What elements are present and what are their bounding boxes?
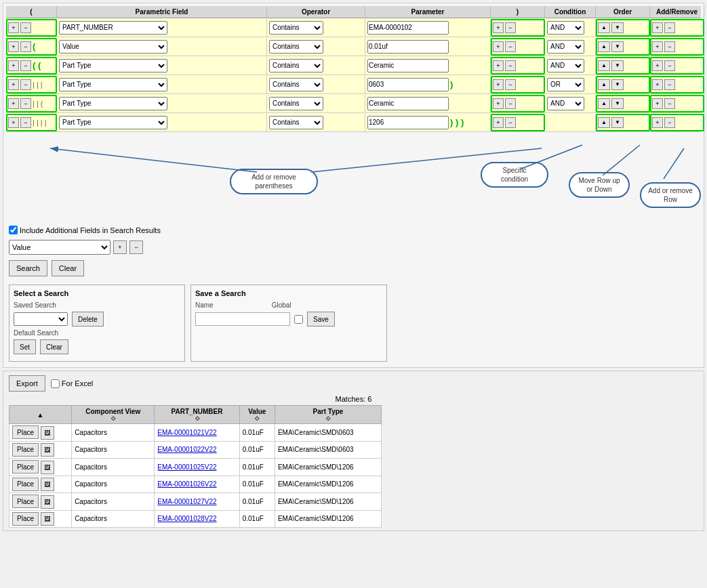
param-input-5[interactable]: [367, 97, 449, 110]
part-number-cell[interactable]: EMA-00001022V22: [155, 441, 239, 459]
order-up-6[interactable]: ▲: [598, 117, 610, 128]
operator-select-5[interactable]: Contains: [269, 97, 323, 110]
search-button[interactable]: Search: [9, 260, 47, 276]
place-button[interactable]: Place: [12, 495, 39, 508]
field-select-6[interactable]: Part Type: [59, 116, 167, 129]
close-paren-remove-6[interactable]: −: [505, 117, 516, 128]
open-paren-remove-1[interactable]: −: [20, 22, 31, 33]
operator-select-6[interactable]: Contains: [269, 116, 323, 129]
condition-select-4[interactable]: ORAND: [547, 78, 584, 91]
row-add-4[interactable]: +: [652, 79, 663, 90]
component-icon[interactable]: 🖼: [41, 512, 54, 526]
param-input-3[interactable]: [367, 59, 449, 72]
operator-select-2[interactable]: Contains: [269, 40, 323, 54]
remove-field-btn[interactable]: −: [129, 240, 143, 254]
for-excel-label[interactable]: For Excel: [51, 379, 93, 388]
part-number-cell[interactable]: EMA-00001026V22: [155, 476, 239, 493]
close-paren-add-5[interactable]: +: [493, 98, 504, 109]
component-icon[interactable]: 🖼: [41, 443, 54, 457]
col-header-value[interactable]: Value◇: [239, 406, 275, 424]
condition-select-1[interactable]: ANDOR: [547, 21, 584, 35]
order-up-1[interactable]: ▲: [598, 22, 610, 33]
field-select-4[interactable]: Part Type: [59, 78, 167, 91]
param-input-1[interactable]: [367, 21, 449, 35]
open-paren-add-5[interactable]: +: [8, 98, 19, 109]
open-paren-add-6[interactable]: +: [8, 117, 19, 128]
col-header-part-type[interactable]: Part Type◇: [275, 406, 381, 424]
order-down-1[interactable]: ▼: [611, 22, 624, 33]
row-add-6[interactable]: +: [652, 117, 663, 128]
clear-button[interactable]: Clear: [52, 260, 84, 276]
row-remove-4[interactable]: −: [664, 79, 675, 90]
set-button[interactable]: Set: [14, 339, 36, 354]
order-down-4[interactable]: ▼: [611, 79, 624, 90]
open-paren-add-4[interactable]: +: [8, 79, 19, 90]
open-paren-add-3[interactable]: +: [8, 60, 19, 71]
order-down-2[interactable]: ▼: [611, 41, 624, 52]
order-down-6[interactable]: ▼: [611, 117, 624, 128]
row-remove-6[interactable]: −: [664, 117, 675, 128]
operator-select-4[interactable]: Contains: [269, 78, 323, 91]
part-number-link[interactable]: EMA-00001022V22: [157, 446, 216, 453]
field-select-3[interactable]: Part Type: [59, 59, 167, 72]
place-button[interactable]: Place: [12, 460, 39, 474]
row-remove-3[interactable]: −: [664, 60, 675, 71]
condition-select-5[interactable]: ANDOR: [547, 97, 584, 110]
include-additional-label[interactable]: Include Additional Fields in Search Resu…: [9, 226, 161, 234]
component-icon[interactable]: 🖼: [41, 495, 54, 509]
export-button[interactable]: Export: [9, 375, 45, 392]
row-add-3[interactable]: +: [652, 60, 663, 71]
save-button[interactable]: Save: [307, 312, 335, 327]
operator-select-3[interactable]: Contains: [269, 59, 323, 72]
order-up-4[interactable]: ▲: [598, 79, 610, 90]
open-paren-remove-2[interactable]: −: [20, 41, 31, 52]
global-checkbox[interactable]: [294, 315, 303, 324]
part-number-cell[interactable]: EMA-00001028V22: [155, 510, 239, 528]
close-paren-remove-5[interactable]: −: [505, 98, 516, 109]
row-add-5[interactable]: +: [652, 98, 663, 109]
place-button[interactable]: Place: [12, 478, 39, 491]
close-paren-add-2[interactable]: +: [493, 41, 504, 52]
col-header-part-number[interactable]: PART_NUMBER◇: [155, 406, 239, 424]
part-number-link[interactable]: EMA-00001026V22: [157, 480, 216, 488]
close-paren-add-6[interactable]: +: [493, 117, 504, 128]
row-remove-1[interactable]: −: [664, 22, 675, 33]
part-number-link[interactable]: EMA-00001021V22: [157, 429, 216, 436]
field-select-2[interactable]: Value: [59, 40, 167, 54]
close-paren-remove-1[interactable]: −: [505, 22, 516, 33]
row-add-1[interactable]: +: [652, 22, 663, 33]
param-input-2[interactable]: [367, 40, 449, 54]
part-number-cell[interactable]: EMA-00001021V22: [155, 424, 239, 442]
operator-select-1[interactable]: Contains: [269, 21, 323, 35]
open-paren-add-2[interactable]: +: [8, 41, 19, 52]
param-input-6[interactable]: [367, 116, 449, 129]
for-excel-checkbox[interactable]: [51, 379, 60, 388]
order-up-3[interactable]: ▲: [598, 60, 610, 71]
field-select-1[interactable]: PART_NUMBER: [59, 21, 167, 35]
add-field-btn[interactable]: +: [113, 240, 127, 254]
close-paren-add-3[interactable]: +: [493, 60, 504, 71]
place-button[interactable]: Place: [12, 512, 39, 526]
part-number-cell[interactable]: EMA-00001027V22: [155, 493, 239, 511]
open-paren-remove-3[interactable]: −: [20, 60, 31, 71]
order-up-2[interactable]: ▲: [598, 41, 610, 52]
close-paren-add-1[interactable]: +: [493, 22, 504, 33]
order-down-3[interactable]: ▼: [611, 60, 624, 71]
place-button[interactable]: Place: [12, 443, 39, 457]
condition-select-3[interactable]: ANDOR: [547, 59, 584, 72]
include-additional-checkbox[interactable]: [9, 226, 18, 234]
saved-search-select[interactable]: [14, 312, 68, 326]
part-number-link[interactable]: EMA-00001027V22: [157, 498, 216, 505]
close-paren-add-4[interactable]: +: [493, 79, 504, 90]
condition-select-2[interactable]: ANDOR: [547, 40, 584, 54]
name-input[interactable]: [195, 312, 290, 326]
part-number-cell[interactable]: EMA-00001025V22: [155, 459, 239, 476]
order-down-5[interactable]: ▼: [611, 98, 624, 109]
clear2-button[interactable]: Clear: [40, 339, 68, 354]
delete-button[interactable]: Delete: [72, 312, 104, 327]
col-header-sort[interactable]: ▲: [9, 406, 72, 424]
order-up-5[interactable]: ▲: [598, 98, 610, 109]
open-paren-add-1[interactable]: +: [8, 22, 19, 33]
open-paren-remove-4[interactable]: −: [20, 79, 31, 90]
close-paren-remove-2[interactable]: −: [505, 41, 516, 52]
